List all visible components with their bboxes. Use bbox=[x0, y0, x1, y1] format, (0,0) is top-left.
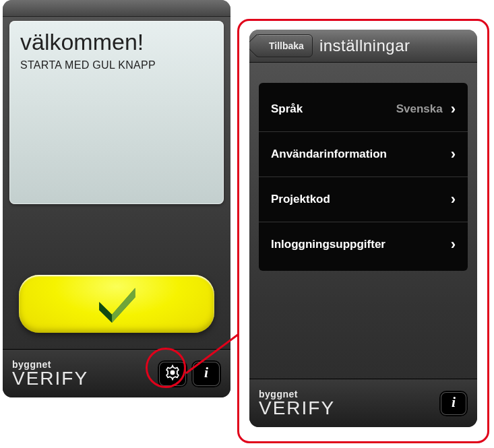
brand: byggnet VERIFY bbox=[12, 360, 88, 388]
brand-big: VERIFY bbox=[12, 369, 88, 388]
status-bar bbox=[3, 0, 230, 17]
annotation-connector bbox=[182, 330, 249, 384]
annotation-frame bbox=[237, 19, 489, 443]
svg-line-6 bbox=[186, 334, 239, 373]
annotation-circle bbox=[146, 348, 186, 388]
svg-marker-0 bbox=[99, 288, 135, 323]
svg-marker-1 bbox=[99, 302, 112, 323]
svg-marker-2 bbox=[112, 288, 135, 323]
welcome-title: välkommen! bbox=[20, 29, 213, 55]
start-button[interactable] bbox=[19, 275, 214, 333]
welcome-card: välkommen! STARTA MED GUL KNAPP bbox=[9, 21, 224, 204]
welcome-subtitle: STARTA MED GUL KNAPP bbox=[20, 59, 213, 71]
verify-mark-icon bbox=[88, 282, 146, 326]
